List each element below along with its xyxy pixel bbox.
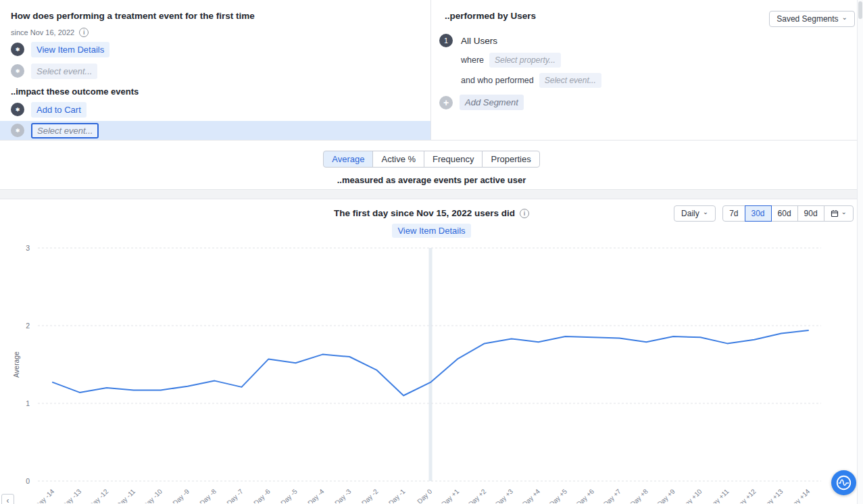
svg-text:Day -12: Day -12 bbox=[88, 487, 110, 503]
svg-text:3: 3 bbox=[26, 244, 30, 252]
metric-tabs-section: Average Active % Frequency Properties ..… bbox=[0, 141, 863, 190]
svg-text:Day -14: Day -14 bbox=[34, 487, 56, 503]
svg-text:Day +6: Day +6 bbox=[575, 487, 596, 503]
svg-text:Day +11: Day +11 bbox=[708, 487, 731, 503]
segment-number-badge: 1 bbox=[439, 34, 453, 47]
outcome-event-row: ✱ Add to Cart bbox=[11, 100, 430, 119]
svg-text:1: 1 bbox=[26, 399, 30, 407]
query-builder: How does performing a treatment event fo… bbox=[0, 0, 863, 141]
treatment-date-label: since Nov 16, 2022 bbox=[11, 28, 74, 36]
performed-condition-row: and who performed Select event... bbox=[461, 73, 863, 88]
treatment-event-row: ✱ View Item Details bbox=[11, 40, 430, 59]
svg-text:Day -8: Day -8 bbox=[198, 487, 218, 503]
tab-active-percent[interactable]: Active % bbox=[372, 151, 424, 168]
treatment-event-chip[interactable]: View Item Details bbox=[31, 42, 109, 57]
svg-text:Day -10: Day -10 bbox=[142, 487, 164, 503]
svg-text:Day -13: Day -13 bbox=[61, 487, 83, 503]
outcome-section-title: ..impact these outcome events bbox=[11, 86, 430, 97]
calendar-icon bbox=[831, 209, 839, 218]
svg-text:Day +4: Day +4 bbox=[521, 487, 542, 503]
treatment-panel-title: How does performing a treatment event fo… bbox=[11, 11, 430, 22]
svg-text:Day 0: Day 0 bbox=[416, 487, 434, 503]
svg-text:Day +10: Day +10 bbox=[680, 487, 704, 503]
info-icon[interactable]: i bbox=[79, 28, 89, 37]
svg-text:Day -9: Day -9 bbox=[171, 487, 191, 503]
svg-text:Day -2: Day -2 bbox=[360, 487, 380, 503]
svg-text:Day +13: Day +13 bbox=[761, 487, 785, 503]
svg-text:Day +14: Day +14 bbox=[788, 487, 812, 503]
range-60d-button[interactable]: 60d bbox=[771, 205, 798, 222]
add-segment-button[interactable]: Add Segment bbox=[460, 95, 524, 110]
svg-text:Day -6: Day -6 bbox=[252, 487, 272, 503]
range-30d-button[interactable]: 30d bbox=[745, 205, 772, 222]
svg-text:Day +3: Day +3 bbox=[494, 487, 515, 503]
select-event-placeholder[interactable]: Select event... bbox=[539, 73, 601, 88]
amplitude-assistant-button[interactable] bbox=[831, 470, 856, 495]
svg-text:0: 0 bbox=[26, 477, 30, 485]
events-panel: How does performing a treatment event fo… bbox=[0, 0, 430, 140]
svg-text:Day +2: Day +2 bbox=[467, 487, 488, 503]
range-90d-button[interactable]: 90d bbox=[797, 205, 824, 222]
svg-text:Day -7: Day -7 bbox=[225, 487, 245, 503]
info-icon[interactable]: i bbox=[520, 209, 529, 218]
treatment-add-event-row: ✱ Select event... bbox=[11, 61, 430, 80]
outcome-add-event-row-active: ✱ Select event... bbox=[0, 121, 430, 140]
event-marker-icon-disabled: ✱ bbox=[11, 64, 24, 78]
add-segment-row: + Add Segment bbox=[439, 95, 863, 110]
svg-text:Day -11: Day -11 bbox=[115, 487, 137, 503]
saved-segments-label: Saved Segments bbox=[776, 14, 838, 24]
vertical-scrollbar[interactable] bbox=[857, 0, 863, 504]
scrollbar-thumb[interactable] bbox=[858, 1, 862, 19]
amplitude-logo-icon bbox=[835, 474, 853, 492]
svg-text:Day +12: Day +12 bbox=[734, 487, 758, 503]
event-marker-icon-disabled: ✱ bbox=[11, 124, 24, 137]
event-marker-icon: ✱ bbox=[11, 103, 24, 116]
saved-segments-button[interactable]: Saved Segments ⌄ bbox=[769, 11, 855, 27]
svg-text:Day -1: Day -1 bbox=[387, 487, 407, 503]
section-divider bbox=[0, 190, 863, 199]
svg-text:Day -4: Day -4 bbox=[306, 487, 326, 503]
impact-line-chart[interactable]: 0123AverageDay -14Day -13Day -12Day -11D… bbox=[0, 199, 857, 503]
svg-text:Day -5: Day -5 bbox=[279, 487, 299, 503]
select-property-placeholder[interactable]: Select property... bbox=[489, 53, 561, 68]
plus-icon[interactable]: + bbox=[439, 96, 453, 109]
chart-title: The first day since Nov 15, 2022 users d… bbox=[334, 208, 515, 218]
segment-row: 1 All Users bbox=[439, 34, 863, 47]
svg-text:Day -3: Day -3 bbox=[333, 487, 353, 503]
range-7d-button[interactable]: 7d bbox=[722, 205, 745, 222]
chevron-down-icon: ⌄ bbox=[841, 211, 847, 213]
where-label: where bbox=[461, 55, 484, 65]
chevron-down-icon: ⌄ bbox=[703, 211, 708, 213]
granularity-dropdown[interactable]: Daily ⌄ bbox=[674, 205, 716, 222]
where-condition-row: where Select property... bbox=[461, 53, 863, 68]
svg-text:Day +7: Day +7 bbox=[602, 487, 623, 503]
impact-analysis-page: How does performing a treatment event fo… bbox=[0, 0, 863, 504]
svg-text:Day +5: Day +5 bbox=[548, 487, 569, 503]
segment-panel-title: ..performed by Users bbox=[445, 11, 536, 22]
treatment-date-row: since Nov 16, 2022 i bbox=[11, 28, 430, 37]
svg-text:2: 2 bbox=[26, 322, 30, 330]
calendar-dropdown-button[interactable]: ⌄ bbox=[824, 205, 854, 222]
chart-panel: 0123AverageDay -14Day -13Day -12Day -11D… bbox=[0, 199, 863, 503]
granularity-label: Daily bbox=[681, 209, 699, 218]
svg-text:Day +9: Day +9 bbox=[656, 487, 676, 503]
performed-label: and who performed bbox=[461, 76, 534, 85]
chart-event-link[interactable]: View Item Details bbox=[392, 224, 470, 238]
metric-caption: ..measured as average events per active … bbox=[337, 175, 526, 185]
chevron-down-icon: ⌄ bbox=[842, 16, 847, 19]
svg-text:Day +1: Day +1 bbox=[440, 487, 461, 503]
metric-tab-group: Average Active % Frequency Properties bbox=[323, 151, 539, 168]
tab-frequency[interactable]: Frequency bbox=[424, 151, 483, 168]
tab-properties[interactable]: Properties bbox=[482, 151, 539, 168]
chart-controls: Daily ⌄ 7d 30d 60d 90d ⌄ bbox=[674, 205, 854, 222]
date-range-group: 7d 30d 60d 90d ⌄ bbox=[722, 205, 854, 222]
segment-panel-header: ..performed by Users Saved Segments ⌄ bbox=[431, 11, 863, 27]
tab-average[interactable]: Average bbox=[323, 151, 373, 168]
outcome-event-chip[interactable]: Add to Cart bbox=[31, 102, 87, 118]
select-event-input-focused[interactable]: Select event... bbox=[31, 123, 99, 138]
select-event-placeholder[interactable]: Select event... bbox=[31, 64, 97, 79]
segment-panel: ..performed by Users Saved Segments ⌄ 1 … bbox=[430, 0, 863, 140]
event-marker-icon: ✱ bbox=[11, 43, 24, 56]
segment-name[interactable]: All Users bbox=[461, 36, 497, 46]
collapse-left-button[interactable]: ‹ bbox=[1, 494, 14, 504]
